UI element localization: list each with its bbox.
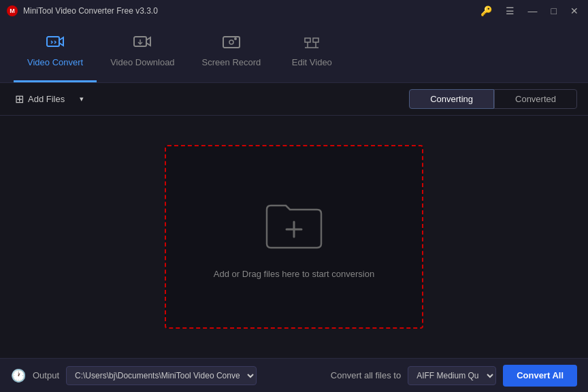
svg-point-3 xyxy=(229,40,233,44)
svg-rect-0 xyxy=(47,37,59,46)
toolbar: ⊞ Add Files ▾ Converting Converted xyxy=(0,83,588,116)
main-content: Add or Drag files here to start conversi… xyxy=(0,116,588,358)
nav-label-screen-record: Screen Record xyxy=(202,57,261,67)
maximize-icon: □ xyxy=(551,5,557,16)
svg-rect-2 xyxy=(223,37,240,48)
add-files-button[interactable]: ⊞ Add Files xyxy=(11,90,69,108)
convert-all-button[interactable]: Convert All xyxy=(503,365,577,387)
nav-item-screen-record[interactable]: Screen Record xyxy=(189,22,275,82)
tab-converted[interactable]: Converted xyxy=(494,89,577,109)
menu-icon: ☰ xyxy=(506,5,514,16)
nav-item-video-convert[interactable]: Video Convert xyxy=(14,22,97,82)
tabs-container: Converting Converted xyxy=(409,89,577,109)
convert-all-label: Convert all files to xyxy=(331,370,401,380)
drop-zone-text: Add or Drag files here to start conversi… xyxy=(214,269,374,279)
format-select[interactable]: AIFF Medium Qu xyxy=(408,366,496,385)
add-files-label: Add Files xyxy=(28,94,65,104)
folder-icon xyxy=(260,195,328,252)
title-bar-controls: 🔑 ☰ — □ ✕ xyxy=(478,4,581,18)
app-logo: M xyxy=(7,5,18,16)
nav-label-video-convert: Video Convert xyxy=(27,57,83,67)
add-files-dropdown[interactable]: ▾ xyxy=(77,92,86,106)
settings-button[interactable]: 🔑 xyxy=(478,4,495,18)
footer: 🕐 Output C:\Users\bj\Documents\MiniTool … xyxy=(0,358,588,392)
nav-item-video-download[interactable]: Video Download xyxy=(97,22,188,82)
nav-bar: Video Convert Video Download Screen Reco… xyxy=(0,22,588,83)
folder-icon-wrap xyxy=(260,195,328,255)
menu-button[interactable]: ☰ xyxy=(503,4,517,18)
nav-label-video-download: Video Download xyxy=(110,57,174,67)
video-convert-icon xyxy=(46,35,65,53)
maximize-button[interactable]: □ xyxy=(549,4,559,18)
output-label: Output xyxy=(33,370,59,380)
close-icon: ✕ xyxy=(570,5,578,16)
output-path-container: C:\Users\bj\Documents\MiniTool Video Con… xyxy=(66,366,257,385)
output-path-select[interactable]: C:\Users\bj\Documents\MiniTool Video Con… xyxy=(66,366,257,385)
drop-zone[interactable]: Add or Drag files here to start conversi… xyxy=(165,145,423,329)
edit-video-icon xyxy=(302,35,321,53)
title-bar-left: M MiniTool Video Converter Free v3.3.0 xyxy=(7,5,158,16)
video-download-icon xyxy=(133,35,152,53)
close-button[interactable]: ✕ xyxy=(568,4,581,18)
settings-icon: 🔑 xyxy=(480,5,492,16)
minimize-button[interactable]: — xyxy=(525,4,540,18)
nav-item-edit-video[interactable]: Edit Video xyxy=(274,22,349,82)
app-title: MiniTool Video Converter Free v3.3.0 xyxy=(23,6,158,16)
history-icon[interactable]: 🕐 xyxy=(11,368,26,383)
title-bar: M MiniTool Video Converter Free v3.3.0 🔑… xyxy=(0,0,588,22)
nav-label-edit-video: Edit Video xyxy=(292,57,332,67)
tab-converting[interactable]: Converting xyxy=(409,89,494,109)
add-files-icon: ⊞ xyxy=(15,93,24,105)
screen-record-icon xyxy=(222,35,241,53)
minimize-icon: — xyxy=(528,5,538,16)
svg-point-4 xyxy=(234,37,237,40)
